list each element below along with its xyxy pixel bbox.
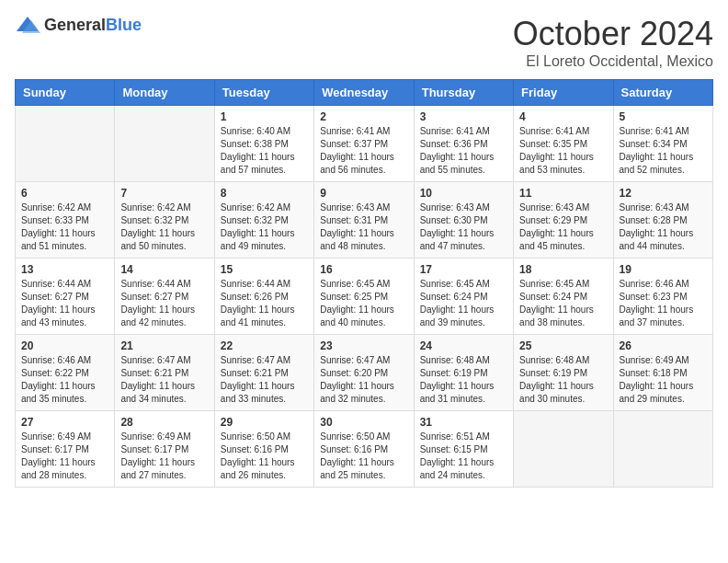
month-title: October 2024 <box>513 15 713 53</box>
day-number: 22 <box>221 339 308 352</box>
calendar-cell: 15Sunrise: 6:44 AM Sunset: 6:26 PM Dayli… <box>214 259 313 335</box>
calendar-cell: 14Sunrise: 6:44 AM Sunset: 6:27 PM Dayli… <box>115 259 214 335</box>
day-info: Sunrise: 6:51 AM Sunset: 6:15 PM Dayligh… <box>420 431 507 482</box>
day-info: Sunrise: 6:46 AM Sunset: 6:23 PM Dayligh… <box>620 278 707 329</box>
calendar-cell: 7Sunrise: 6:42 AM Sunset: 6:32 PM Daylig… <box>115 182 214 259</box>
day-number: 21 <box>120 339 208 352</box>
day-number: 8 <box>221 187 308 200</box>
day-info: Sunrise: 6:44 AM Sunset: 6:26 PM Dayligh… <box>221 278 308 329</box>
calendar-cell: 4Sunrise: 6:41 AM Sunset: 6:35 PM Daylig… <box>514 106 613 182</box>
calendar-cell: 19Sunrise: 6:46 AM Sunset: 6:23 PM Dayli… <box>613 259 712 335</box>
calendar-cell: 26Sunrise: 6:49 AM Sunset: 6:18 PM Dayli… <box>613 335 712 411</box>
day-number: 1 <box>221 110 308 123</box>
day-number: 10 <box>420 187 507 200</box>
calendar-cell: 22Sunrise: 6:47 AM Sunset: 6:21 PM Dayli… <box>214 335 313 411</box>
day-number: 25 <box>519 339 607 352</box>
day-number: 18 <box>519 263 607 276</box>
day-of-week-header: Saturday <box>613 80 712 106</box>
logo-general: General <box>44 16 106 34</box>
calendar-cell: 27Sunrise: 6:49 AM Sunset: 6:17 PM Dayli… <box>16 411 115 488</box>
location-title: El Loreto Occidental, Mexico <box>513 53 713 70</box>
day-number: 11 <box>519 187 607 200</box>
calendar-cell: 20Sunrise: 6:46 AM Sunset: 6:22 PM Dayli… <box>16 335 115 411</box>
day-number: 16 <box>320 263 407 276</box>
calendar-cell: 16Sunrise: 6:45 AM Sunset: 6:25 PM Dayli… <box>314 259 414 335</box>
day-number: 5 <box>620 110 707 123</box>
calendar-week-row: 13Sunrise: 6:44 AM Sunset: 6:27 PM Dayli… <box>16 259 713 335</box>
calendar-cell: 21Sunrise: 6:47 AM Sunset: 6:21 PM Dayli… <box>115 335 214 411</box>
day-number: 7 <box>120 187 208 200</box>
day-info: Sunrise: 6:44 AM Sunset: 6:27 PM Dayligh… <box>120 278 208 329</box>
calendar-cell: 31Sunrise: 6:51 AM Sunset: 6:15 PM Dayli… <box>414 411 513 488</box>
calendar-cell: 12Sunrise: 6:43 AM Sunset: 6:28 PM Dayli… <box>613 182 712 259</box>
calendar-cell: 10Sunrise: 6:43 AM Sunset: 6:30 PM Dayli… <box>414 182 513 259</box>
day-info: Sunrise: 6:41 AM Sunset: 6:35 PM Dayligh… <box>519 125 607 177</box>
day-info: Sunrise: 6:49 AM Sunset: 6:18 PM Dayligh… <box>620 354 707 406</box>
day-of-week-header: Thursday <box>414 80 513 106</box>
day-info: Sunrise: 6:42 AM Sunset: 6:32 PM Dayligh… <box>120 201 208 253</box>
calendar-week-row: 20Sunrise: 6:46 AM Sunset: 6:22 PM Dayli… <box>16 335 713 411</box>
day-number: 31 <box>420 416 507 429</box>
day-info: Sunrise: 6:47 AM Sunset: 6:21 PM Dayligh… <box>120 354 208 406</box>
day-info: Sunrise: 6:47 AM Sunset: 6:20 PM Dayligh… <box>320 354 407 406</box>
day-number: 28 <box>120 416 208 429</box>
day-number: 27 <box>21 416 108 429</box>
day-info: Sunrise: 6:48 AM Sunset: 6:19 PM Dayligh… <box>420 354 507 406</box>
day-number: 30 <box>320 416 407 429</box>
calendar-cell: 2Sunrise: 6:41 AM Sunset: 6:37 PM Daylig… <box>314 106 414 182</box>
day-info: Sunrise: 6:48 AM Sunset: 6:19 PM Dayligh… <box>519 354 607 406</box>
day-number: 2 <box>320 110 407 123</box>
day-info: Sunrise: 6:49 AM Sunset: 6:17 PM Dayligh… <box>21 431 108 482</box>
page-header: GeneralBlue October 2024 El Loreto Occid… <box>15 15 713 70</box>
logo: GeneralBlue <box>15 15 142 35</box>
day-info: Sunrise: 6:43 AM Sunset: 6:30 PM Dayligh… <box>420 201 507 253</box>
day-of-week-header: Tuesday <box>214 80 313 106</box>
day-info: Sunrise: 6:42 AM Sunset: 6:33 PM Dayligh… <box>21 201 108 253</box>
day-info: Sunrise: 6:41 AM Sunset: 6:34 PM Dayligh… <box>620 125 707 177</box>
calendar-cell <box>613 411 712 488</box>
day-info: Sunrise: 6:45 AM Sunset: 6:24 PM Dayligh… <box>519 278 607 329</box>
day-number: 20 <box>21 339 108 352</box>
calendar-week-row: 1Sunrise: 6:40 AM Sunset: 6:38 PM Daylig… <box>16 106 713 182</box>
day-number: 29 <box>221 416 308 429</box>
calendar-cell: 5Sunrise: 6:41 AM Sunset: 6:34 PM Daylig… <box>613 106 712 182</box>
day-info: Sunrise: 6:43 AM Sunset: 6:28 PM Dayligh… <box>620 201 707 253</box>
calendar-cell: 28Sunrise: 6:49 AM Sunset: 6:17 PM Dayli… <box>115 411 214 488</box>
calendar-cell: 1Sunrise: 6:40 AM Sunset: 6:38 PM Daylig… <box>214 106 313 182</box>
calendar-cell: 29Sunrise: 6:50 AM Sunset: 6:16 PM Dayli… <box>214 411 313 488</box>
calendar-cell: 3Sunrise: 6:41 AM Sunset: 6:36 PM Daylig… <box>414 106 513 182</box>
logo-icon <box>15 15 40 35</box>
day-number: 23 <box>320 339 407 352</box>
logo-text: GeneralBlue <box>44 16 142 35</box>
calendar-cell: 9Sunrise: 6:43 AM Sunset: 6:31 PM Daylig… <box>314 182 414 259</box>
calendar-cell: 23Sunrise: 6:47 AM Sunset: 6:20 PM Dayli… <box>314 335 414 411</box>
logo-blue-text: Blue <box>106 16 142 34</box>
day-info: Sunrise: 6:44 AM Sunset: 6:27 PM Dayligh… <box>21 278 108 329</box>
day-number: 14 <box>120 263 208 276</box>
calendar-cell: 30Sunrise: 6:50 AM Sunset: 6:16 PM Dayli… <box>314 411 414 488</box>
calendar-table: SundayMondayTuesdayWednesdayThursdayFrid… <box>15 79 713 488</box>
day-number: 3 <box>420 110 507 123</box>
calendar-cell: 6Sunrise: 6:42 AM Sunset: 6:33 PM Daylig… <box>16 182 115 259</box>
day-number: 24 <box>420 339 507 352</box>
day-number: 26 <box>620 339 707 352</box>
day-number: 12 <box>620 187 707 200</box>
day-info: Sunrise: 6:50 AM Sunset: 6:16 PM Dayligh… <box>221 431 308 482</box>
calendar-week-row: 6Sunrise: 6:42 AM Sunset: 6:33 PM Daylig… <box>16 182 713 259</box>
day-number: 4 <box>519 110 607 123</box>
calendar-cell: 8Sunrise: 6:42 AM Sunset: 6:32 PM Daylig… <box>214 182 313 259</box>
day-info: Sunrise: 6:41 AM Sunset: 6:36 PM Dayligh… <box>420 125 507 177</box>
day-info: Sunrise: 6:46 AM Sunset: 6:22 PM Dayligh… <box>21 354 108 406</box>
day-info: Sunrise: 6:40 AM Sunset: 6:38 PM Dayligh… <box>221 125 308 177</box>
calendar-cell: 24Sunrise: 6:48 AM Sunset: 6:19 PM Dayli… <box>414 335 513 411</box>
day-info: Sunrise: 6:45 AM Sunset: 6:25 PM Dayligh… <box>320 278 407 329</box>
day-info: Sunrise: 6:49 AM Sunset: 6:17 PM Dayligh… <box>120 431 208 482</box>
day-info: Sunrise: 6:47 AM Sunset: 6:21 PM Dayligh… <box>221 354 308 406</box>
calendar-cell <box>115 106 214 182</box>
day-number: 6 <box>21 187 108 200</box>
day-info: Sunrise: 6:50 AM Sunset: 6:16 PM Dayligh… <box>320 431 407 482</box>
title-block: October 2024 El Loreto Occidental, Mexic… <box>513 15 713 70</box>
day-info: Sunrise: 6:42 AM Sunset: 6:32 PM Dayligh… <box>221 201 308 253</box>
calendar-cell: 11Sunrise: 6:43 AM Sunset: 6:29 PM Dayli… <box>514 182 613 259</box>
day-number: 19 <box>620 263 707 276</box>
